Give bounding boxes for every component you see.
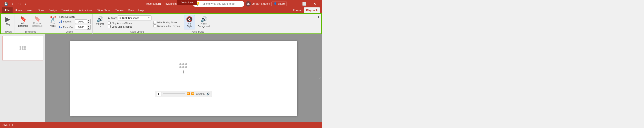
share-icon: 👤	[274, 2, 277, 6]
save-button[interactable]: 💾	[2, 1, 10, 6]
audio-styles-group: 🔇 NoStyle 🔊 Play inBackground Audio Styl…	[182, 14, 214, 34]
tab-transitions[interactable]: Transitions	[59, 8, 77, 13]
tell-me-input[interactable]	[201, 2, 242, 6]
play-background-label: Play inBackground	[198, 22, 210, 28]
editing-group-label: Editing	[46, 30, 92, 33]
remove-bookmark-button[interactable]: 🔖 RemoveBookmark	[31, 15, 44, 28]
move-arrows-icon: ✛	[182, 70, 185, 74]
fade-in-decrement[interactable]: ▼	[87, 22, 90, 24]
share-button[interactable]: 👤 Share	[272, 2, 287, 6]
trim-audio-icon: ✂️	[49, 16, 56, 22]
audio-options-group: 🔊 Volume ▼ ▶ Start: In Click Sequence ▼	[93, 14, 182, 34]
tab-slideshow[interactable]: Slide Show	[94, 8, 112, 13]
play-icon: ▶	[6, 16, 10, 22]
fade-out-spin-controls: ▲ ▼	[87, 25, 91, 30]
restore-button[interactable]: ⬜	[299, 0, 309, 8]
user-name: Jordan Student	[252, 2, 270, 6]
fade-duration-label: Fade Duration	[59, 16, 91, 18]
play-in-background-button[interactable]: 🔊 Play inBackground	[196, 15, 212, 30]
trim-audio-button[interactable]: ✂️ TrimAudio	[48, 15, 58, 28]
svg-rect-1	[60, 21, 60, 23]
hide-during-show-checkbox[interactable]	[153, 21, 156, 24]
tab-review[interactable]: Review	[112, 8, 126, 13]
tab-format[interactable]: Format	[291, 8, 304, 13]
play-background-icon: 🔊	[200, 16, 207, 22]
fade-out-increment[interactable]: ▲	[87, 25, 90, 27]
fade-out-input[interactable]	[75, 25, 87, 30]
audio-element[interactable]: ✛	[179, 63, 187, 74]
tab-playback[interactable]: Playback	[304, 8, 320, 13]
svg-rect-3	[61, 20, 62, 23]
fade-in-input[interactable]	[75, 19, 87, 24]
fade-out-decrement[interactable]: ▼	[87, 27, 90, 30]
collapse-ribbon-button[interactable]: ⬆	[317, 15, 320, 19]
volume-dropdown-arrow: ▼	[99, 26, 101, 28]
title-bar: 💾 ↩ ↪ ▾ Presentation1 - PowerPoint 💡 JS …	[0, 0, 322, 8]
resize-icon: ⤢	[319, 76, 321, 80]
no-style-icon: 🔇	[186, 16, 193, 22]
preview-group: ▶ Play Preview	[1, 14, 15, 34]
audio-dots	[179, 63, 187, 68]
tab-home[interactable]: Home	[12, 8, 24, 13]
start-dropdown[interactable]: In Click Sequence ▼	[118, 16, 152, 20]
add-bookmark-button[interactable]: 🔖 AddBookmark	[16, 15, 30, 28]
status-bar: Slide 1 of 1	[0, 122, 322, 128]
rewind-after-playing-checkbox[interactable]	[153, 24, 156, 28]
play-across-slides-checkbox-row[interactable]: Play Across Slides	[108, 22, 152, 24]
fade-in-increment[interactable]: ▲	[87, 19, 90, 22]
audio-options-group-label: Audio Options	[93, 30, 182, 33]
player-rewind-button[interactable]: ⏪	[187, 92, 190, 95]
bookmarks-group-label: Bookmarks	[15, 30, 46, 33]
customize-quick-access-button[interactable]: ▾	[23, 2, 28, 6]
bookmarks-group: 🔖 AddBookmark 🔖 RemoveBookmark Bookmarks	[15, 14, 46, 34]
play-button[interactable]: ▶ Play	[3, 15, 13, 27]
tab-help[interactable]: Help	[136, 8, 146, 13]
tab-draw[interactable]: Draw	[36, 8, 46, 13]
tab-design[interactable]: Design	[46, 8, 59, 13]
slide-thumbnail-1[interactable]	[2, 36, 43, 60]
tab-insert[interactable]: Insert	[24, 8, 36, 13]
slide-canvas[interactable]: ✛ ▶ ⏪ ⏩ 00:00.00 🔊	[70, 41, 297, 116]
window-title: Presentation1 - PowerPoint	[144, 2, 177, 6]
minimize-button[interactable]: ─	[288, 0, 298, 8]
volume-icon: 🔊	[97, 16, 104, 22]
svg-rect-6	[60, 27, 61, 28]
tab-file[interactable]: File	[2, 8, 12, 13]
remove-bookmark-icon: 🔖	[34, 16, 41, 22]
svg-rect-0	[59, 22, 60, 23]
tell-me-box[interactable]: 💡	[193, 1, 244, 7]
fade-out-icon	[59, 26, 62, 29]
svg-rect-5	[60, 26, 60, 28]
hide-during-show-label: Hide During Show	[157, 21, 177, 24]
no-style-button[interactable]: 🔇 NoStyle	[184, 15, 195, 30]
volume-button[interactable]: 🔊 Volume ▼	[94, 16, 106, 29]
start-row: ▶ Start: In Click Sequence ▼	[108, 16, 152, 20]
audio-styles-group-label: Audio Styles	[182, 30, 214, 33]
loop-until-stopped-checkbox[interactable]	[108, 25, 110, 28]
fade-in-icon	[59, 20, 62, 23]
loop-until-stopped-checkbox-row[interactable]: Loop until Stopped	[108, 25, 152, 28]
svg-rect-4	[59, 26, 60, 28]
player-forward-button[interactable]: ⏩	[191, 92, 194, 95]
play-across-slides-checkbox[interactable]	[108, 22, 110, 24]
fade-out-row: Fade Out: ▲ ▼	[59, 25, 91, 30]
close-button[interactable]: ✕	[310, 0, 320, 8]
rewind-after-playing-checkbox-row[interactable]: Rewind after Playing	[153, 24, 180, 28]
fade-in-label: Fade In:	[63, 20, 74, 23]
hide-during-show-checkbox-row[interactable]: Hide During Show	[153, 21, 180, 24]
tab-animations[interactable]: Animations	[77, 8, 94, 13]
fade-in-row: Fade In: ▲ ▼	[59, 19, 91, 24]
start-value: In Click Sequence	[120, 16, 139, 19]
redo-button[interactable]: ↪	[16, 1, 23, 6]
volume-label: Volume	[96, 22, 104, 25]
svg-rect-2	[60, 21, 61, 23]
player-play-button[interactable]: ▶	[157, 92, 162, 96]
undo-button[interactable]: ↩	[10, 1, 16, 6]
add-bookmark-icon: 🔖	[20, 16, 27, 22]
play-label: Play	[6, 23, 10, 26]
seek-bar[interactable]	[163, 94, 185, 94]
player-volume-button[interactable]: 🔊	[206, 92, 210, 96]
tab-view[interactable]: View	[126, 8, 136, 13]
start-icon: ▶	[108, 16, 110, 20]
window-controls: ─ ⬜ ✕	[288, 0, 320, 8]
